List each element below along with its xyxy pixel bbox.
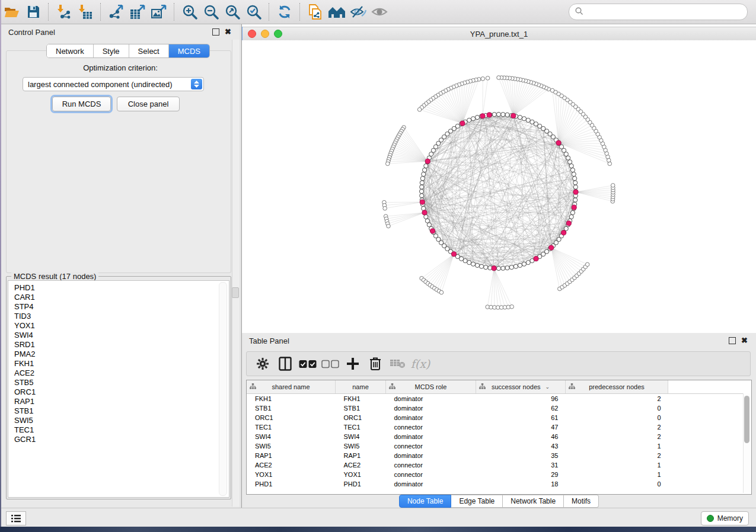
show-panels-button[interactable] — [6, 511, 26, 525]
open-file-icon[interactable] — [1, 2, 23, 21]
mcds-result-item[interactable]: SWI4 — [14, 331, 229, 340]
table-row[interactable]: SWI4SWI4dominator462 — [247, 432, 744, 441]
table-row[interactable]: SWI5SWI5connector431 — [247, 441, 744, 451]
toolbar-separator — [48, 3, 49, 21]
run-mcds-button[interactable]: Run MCDS — [52, 97, 111, 111]
toolbar-separator — [269, 3, 270, 21]
mcds-result-group: MCDS result (17 nodes) PHD1CAR1STP4TID3Y… — [6, 276, 231, 499]
list-icon — [11, 515, 21, 523]
table-row[interactable]: YOX1YOX1connector291 — [247, 470, 744, 479]
delete-column-icon[interactable] — [364, 355, 387, 373]
mcds-result-item[interactable]: STB1 — [14, 406, 229, 416]
network-window-titlebar[interactable]: YPA_prune.txt_1 — [242, 27, 756, 41]
close-panel-icon[interactable]: ✖ — [225, 29, 231, 35]
table-row[interactable]: TEC1TEC1connector472 — [247, 422, 744, 432]
toolbar-separator — [174, 3, 175, 21]
network-window-title: YPA_prune.txt_1 — [242, 30, 756, 39]
export-image-icon[interactable] — [148, 2, 170, 21]
mcds-list-scrollbar[interactable] — [219, 282, 227, 496]
tab-mcds[interactable]: MCDS — [169, 44, 209, 57]
export-network-icon[interactable] — [106, 2, 127, 21]
table-row[interactable]: STB1STB1dominator620 — [247, 403, 744, 413]
column-header-MCDS-role[interactable]: MCDS role — [386, 380, 476, 394]
memory-label: Memory — [717, 514, 743, 523]
hide-selected-icon[interactable] — [347, 2, 369, 21]
mcds-result-item[interactable]: TID3 — [14, 312, 229, 321]
mcds-result-item[interactable]: CAR1 — [14, 293, 229, 302]
criterion-dropdown[interactable]: largest connected component (undirected) — [23, 77, 204, 91]
zoom-in-icon[interactable] — [179, 2, 200, 21]
columns-icon[interactable] — [274, 355, 296, 373]
tab-network[interactable]: Network — [47, 44, 94, 57]
tab-edge-table[interactable]: Edge Table — [451, 495, 503, 508]
mcds-result-item[interactable]: FKH1 — [14, 359, 229, 368]
close-panel-icon[interactable]: ✖ — [741, 338, 748, 344]
splitter-handle[interactable] — [232, 287, 239, 298]
search-input[interactable] — [586, 5, 747, 18]
delete-table-icon — [387, 355, 409, 373]
tab-style[interactable]: Style — [94, 44, 129, 57]
function-builder-icon: f(x) — [409, 355, 432, 373]
copy-network-icon[interactable] — [305, 2, 326, 21]
mcds-result-item[interactable]: PHD1 — [14, 283, 229, 293]
mcds-result-item[interactable]: SRD1 — [14, 340, 229, 350]
mcds-result-list[interactable]: PHD1CAR1STP4TID3YOX1SWI4SRD1PMA2FKH1ACE2… — [8, 280, 229, 498]
table-panel-titlebar: Table Panel ✖ — [242, 333, 756, 348]
table-row[interactable]: FKH1FKH1dominator962 — [247, 394, 744, 404]
float-panel-icon[interactable] — [212, 28, 219, 36]
zoom-selected-icon[interactable] — [243, 2, 264, 21]
mcds-result-item[interactable]: STP4 — [14, 302, 229, 312]
deselect-all-icon[interactable] — [319, 355, 342, 373]
memory-button[interactable]: Memory — [701, 511, 749, 525]
main-toolbar — [1, 0, 756, 24]
select-all-icon[interactable] — [296, 355, 319, 373]
mcds-result-item[interactable]: STB5 — [14, 378, 229, 387]
column-header-shared-name[interactable]: shared name — [247, 380, 336, 394]
column-type-icon — [569, 383, 575, 389]
import-network-icon[interactable] — [53, 2, 75, 21]
tab-network-table[interactable]: Network Table — [503, 495, 564, 508]
search-box[interactable] — [569, 4, 748, 20]
column-header-name[interactable]: name — [336, 380, 386, 394]
gear-icon[interactable] — [251, 355, 274, 373]
tab-select[interactable]: Select — [129, 44, 169, 57]
mcds-result-item[interactable]: PMA2 — [14, 350, 229, 359]
save-session-icon[interactable] — [23, 2, 44, 21]
mcds-result-item[interactable]: RAP1 — [14, 397, 229, 406]
export-table-icon[interactable] — [127, 2, 148, 21]
mcds-result-item[interactable]: SWI5 — [14, 416, 229, 425]
refresh-icon[interactable] — [274, 2, 295, 21]
table-scrollbar-thumb[interactable] — [744, 396, 749, 443]
table-row[interactable]: RAP1RAP1dominator352 — [247, 451, 744, 460]
mcds-result-item[interactable]: GCR1 — [14, 435, 229, 444]
network-canvas[interactable] — [242, 40, 756, 333]
search-icon — [575, 7, 583, 17]
mcds-result-item[interactable]: YOX1 — [14, 321, 229, 331]
control-panel-scrollbar[interactable] — [232, 40, 240, 507]
zoom-fit-icon[interactable] — [222, 2, 243, 21]
show-all-icon[interactable] — [369, 2, 390, 21]
control-panel-title: Control Panel — [8, 28, 212, 37]
close-panel-button[interactable]: Close panel — [117, 97, 180, 111]
node-table[interactable]: shared namenameMCDS rolesuccessor nodes⌄… — [246, 380, 752, 495]
criterion-dropdown-value: largest connected component (undirected) — [23, 80, 191, 89]
column-type-icon — [479, 383, 486, 389]
tab-motifs[interactable]: Motifs — [564, 495, 599, 508]
import-table-icon[interactable] — [75, 2, 96, 21]
tab-node-table[interactable]: Node Table — [399, 495, 452, 508]
table-row[interactable]: ACE2ACE2connector311 — [247, 460, 744, 470]
add-column-icon[interactable] — [342, 355, 364, 373]
first-neighbors-icon[interactable] — [326, 2, 347, 21]
zoom-out-icon[interactable] — [200, 2, 222, 21]
header-filler — [668, 380, 744, 394]
mcds-result-item[interactable]: ACE2 — [14, 368, 229, 378]
column-header-predecessor-nodes[interactable]: predecessor nodes — [566, 380, 668, 394]
float-panel-icon[interactable] — [729, 337, 736, 344]
toolbar-separator — [299, 3, 301, 21]
column-header-successor-nodes[interactable]: successor nodes⌄ — [476, 380, 566, 394]
mcds-result-item[interactable]: ORC1 — [14, 387, 229, 397]
mcds-result-item[interactable]: TEC1 — [14, 425, 229, 435]
table-row[interactable]: PHD1PHD1dominator180 — [247, 479, 744, 489]
table-row[interactable]: ORC1ORC1dominator610 — [247, 413, 744, 422]
table-scrollbar[interactable] — [743, 393, 751, 493]
